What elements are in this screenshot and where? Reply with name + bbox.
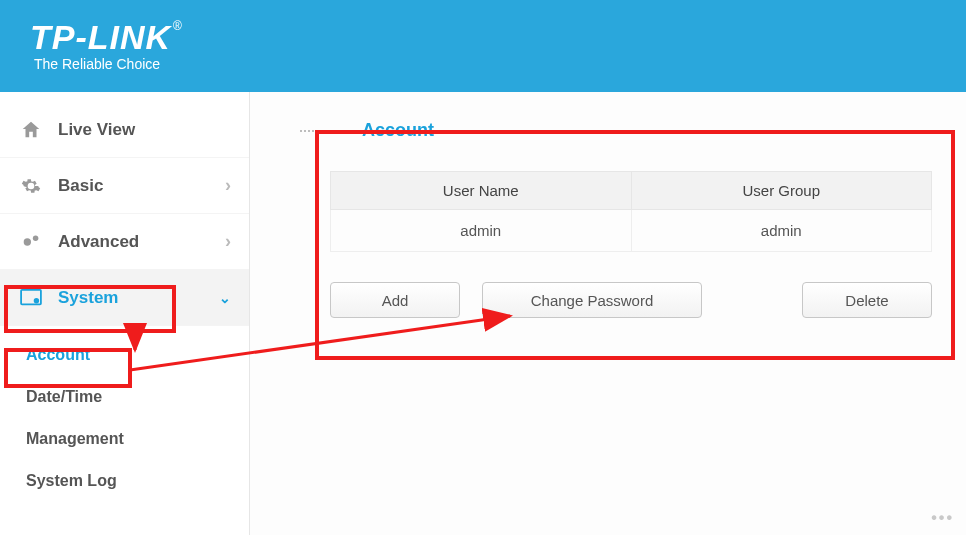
- subnav-systemlog[interactable]: System Log: [22, 460, 249, 502]
- svg-point-1: [33, 235, 39, 241]
- chevron-down-icon: ⌄: [219, 290, 231, 306]
- system-icon: [18, 289, 44, 307]
- gear-icon: [18, 176, 44, 196]
- nav-label: Advanced: [58, 232, 139, 252]
- nav-label: Live View: [58, 120, 135, 140]
- change-password-button[interactable]: Change Password: [482, 282, 702, 318]
- nav-label: Basic: [58, 176, 103, 196]
- sidebar: Live View Basic › Advanced › System ⌄: [0, 92, 250, 535]
- button-row: Add Change Password Delete: [330, 282, 932, 318]
- divider-dots: [300, 130, 350, 132]
- gears-icon: [18, 231, 44, 253]
- nav-system[interactable]: System ⌄: [0, 270, 249, 326]
- panel-body: User Name User Group admin admin Add Cha…: [280, 141, 956, 318]
- col-user-group: User Group: [631, 172, 932, 210]
- chevron-right-icon: ›: [225, 231, 231, 252]
- svg-point-3: [34, 298, 39, 303]
- main-content: Account User Name User Group admin admin: [250, 92, 966, 535]
- chevron-right-icon: ›: [225, 175, 231, 196]
- subnav-management[interactable]: Management: [22, 418, 249, 460]
- system-submenu: Account Date/Time Management System Log: [0, 326, 249, 502]
- brand-name: TP-LINK®: [30, 20, 183, 54]
- svg-point-0: [24, 238, 31, 245]
- divider-dots: [448, 130, 950, 132]
- registered-mark: ®: [173, 19, 183, 33]
- nav-advanced[interactable]: Advanced ›: [0, 214, 249, 270]
- subnav-label: System Log: [26, 472, 117, 490]
- add-button[interactable]: Add: [330, 282, 460, 318]
- subnav-account[interactable]: Account: [22, 334, 249, 376]
- col-user-name: User Name: [331, 172, 632, 210]
- panel-title: Account: [362, 120, 434, 141]
- container: Live View Basic › Advanced › System ⌄: [0, 92, 966, 535]
- nav-live-view[interactable]: Live View: [0, 102, 249, 158]
- panel-title-row: Account: [300, 120, 950, 141]
- brand-name-text: TP-LINK: [30, 18, 171, 56]
- home-icon: [18, 119, 44, 141]
- header: TP-LINK® The Reliable Choice: [0, 0, 966, 92]
- cell-user-name: admin: [331, 210, 632, 252]
- delete-button[interactable]: Delete: [802, 282, 932, 318]
- nav-label: System: [58, 288, 118, 308]
- subnav-datetime[interactable]: Date/Time: [22, 376, 249, 418]
- subnav-label: Date/Time: [26, 388, 102, 406]
- brand-logo: TP-LINK® The Reliable Choice: [30, 20, 183, 72]
- subnav-label: Management: [26, 430, 124, 448]
- cell-user-group: admin: [631, 210, 932, 252]
- subnav-label: Account: [26, 346, 90, 364]
- table-row[interactable]: admin admin: [331, 210, 932, 252]
- nav-basic[interactable]: Basic ›: [0, 158, 249, 214]
- resize-grip-icon: •••: [931, 509, 954, 527]
- accounts-table: User Name User Group admin admin: [330, 171, 932, 252]
- brand-tagline: The Reliable Choice: [34, 56, 183, 72]
